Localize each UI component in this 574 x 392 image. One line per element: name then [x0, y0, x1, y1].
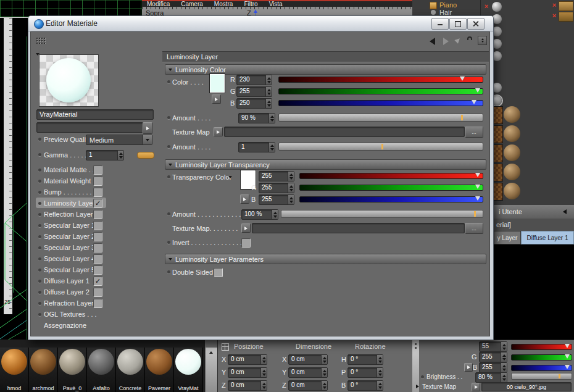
channel-assegnazione[interactable]: Assegnazione: [36, 320, 156, 331]
r-spinner[interactable]: 230: [236, 75, 272, 85]
coord-y-position[interactable]: 0 cm: [228, 367, 267, 378]
collapse-left-icon[interactable]: [563, 209, 567, 214]
spinner-arrows-icon[interactable]: [272, 210, 278, 219]
channel-checkbox[interactable]: [93, 188, 102, 197]
channel-checkbox[interactable]: ✓: [93, 277, 102, 286]
nav-history-icon[interactable]: [454, 36, 461, 43]
minimize-button[interactable]: [431, 18, 449, 30]
texture-expand-button[interactable]: [214, 127, 223, 136]
channel-material-weight[interactable]: Material Weight: [36, 176, 156, 186]
close-button[interactable]: [467, 18, 485, 30]
transparency-r-spinner[interactable]: 255: [259, 171, 294, 181]
transparency-amount-slider[interactable]: [281, 210, 483, 218]
channel-specular-layer-2[interactable]: Specular Layer 2: [36, 231, 156, 242]
double-sided-checkbox[interactable]: [214, 268, 223, 277]
channel-material-matte[interactable]: Material Matte . .: [36, 165, 156, 175]
luminosity-color-swatch[interactable]: [209, 73, 225, 93]
section-luminosity-transparency[interactable]: Luminosity Layer Transparency: [165, 159, 486, 170]
transparency-dropdown-icon[interactable]: [228, 176, 232, 178]
spinner-arrows-icon[interactable]: [260, 381, 267, 390]
transparency-b-slider[interactable]: [299, 196, 483, 202]
material-thumbnail[interactable]: Pavè_0: [58, 348, 87, 392]
channel-specular-layer-1[interactable]: Specular Layer 1: [36, 220, 156, 231]
channel-luminosity-layer[interactable]: Luminosity Layer ✓: [36, 198, 156, 209]
b-slider[interactable]: [278, 100, 483, 106]
channel-refraction-layer[interactable]: Refraction Layer: [36, 298, 156, 309]
b-spinner[interactable]: 250: [236, 98, 272, 109]
channel-checkbox[interactable]: [93, 210, 102, 219]
spinner-arrows-icon[interactable]: [321, 355, 327, 364]
section-luminosity-parameters[interactable]: Luminosity Layer Parameters: [165, 254, 486, 264]
channel-specular-layer-3[interactable]: Specular Layer 3: [36, 243, 156, 253]
nav-forward-icon[interactable]: [443, 38, 449, 45]
spinner-arrows-icon[interactable]: [501, 342, 507, 351]
g-slider[interactable]: [278, 88, 483, 94]
material-sphere-icon[interactable]: [504, 164, 520, 180]
texture-map-field[interactable]: [224, 127, 465, 137]
channel-ogl-textures[interactable]: OGL Textures . . .: [36, 309, 156, 320]
coord-x-position[interactable]: 0 cm: [228, 354, 267, 365]
transparency-texture-expand-button[interactable]: [241, 223, 251, 233]
coord-p-rotation[interactable]: 0 °: [347, 367, 383, 378]
spinner-arrows-icon[interactable]: [265, 87, 272, 96]
spinner-arrows-icon[interactable]: [117, 151, 123, 160]
transparency-texture-field[interactable]: [252, 223, 465, 233]
dropdown-arrow-button[interactable]: [143, 135, 152, 144]
amount2-slider[interactable]: [278, 143, 483, 151]
nav-back-icon[interactable]: [430, 38, 435, 45]
sky-b-spinner[interactable]: 255: [479, 362, 507, 373]
spinner-arrows-icon[interactable]: [260, 368, 267, 377]
spinner-arrows-icon[interactable]: [501, 373, 507, 382]
material-sphere-icon[interactable]: [504, 183, 520, 199]
coord-b-rotation[interactable]: 0 °: [347, 380, 383, 391]
spinner-arrows-icon[interactable]: [265, 75, 272, 85]
shader-path-expand-button[interactable]: [143, 122, 152, 134]
material-state-row[interactable]: ×: [481, 2, 518, 12]
channel-checkbox[interactable]: [93, 288, 102, 297]
preview-quality-dropdown[interactable]: Medium: [86, 135, 152, 145]
tab-diffuse-layer-1[interactable]: Diffuse Layer 1: [521, 231, 574, 244]
sky-g-slider[interactable]: [511, 354, 572, 361]
spinner-arrows-icon[interactable]: [321, 381, 327, 390]
texture-filename-field[interactable]: 00 cielo_90°.jpg: [481, 382, 572, 391]
channel-diffuse-layer-2[interactable]: Diffuse Layer 2: [36, 287, 156, 298]
spinner-arrows-icon[interactable]: [265, 99, 272, 108]
material-sphere-icon[interactable]: [492, 2, 502, 12]
material-thumbnail-selected[interactable]: VrayMat: [174, 348, 203, 392]
channel-specular-layer-4[interactable]: Specular Layer 4: [36, 254, 156, 264]
texture-browse-button[interactable]: ...: [465, 127, 483, 138]
channel-checkbox[interactable]: [93, 177, 102, 186]
channel-checkbox[interactable]: [93, 165, 102, 175]
scroll-up-icon[interactable]: [209, 351, 213, 354]
coord-y-size[interactable]: 0 cm: [288, 367, 328, 378]
transparency-b-expand-button[interactable]: [240, 194, 249, 204]
material-sphere-icon[interactable]: [504, 144, 520, 161]
layer-disabled-icon[interactable]: ×: [551, 1, 558, 9]
invert-checkbox[interactable]: [241, 238, 251, 248]
shader-path-field[interactable]: [36, 122, 144, 133]
transparency-browse-button[interactable]: ...: [465, 223, 483, 234]
brightness-spinner[interactable]: 80 %: [475, 372, 507, 383]
gamma-spinner[interactable]: 1: [86, 150, 124, 161]
spinner-arrows-icon[interactable]: [321, 368, 327, 377]
corner-texture-icon[interactable]: [559, 12, 573, 22]
sky-g-spinner[interactable]: 255: [479, 352, 507, 362]
toolbar-grip-handle[interactable]: [36, 37, 46, 44]
transparency-r-slider[interactable]: [299, 173, 483, 179]
material-sphere-icon[interactable]: [504, 125, 520, 142]
texture-expand-icon[interactable]: [416, 385, 419, 388]
amount-slider[interactable]: [278, 114, 483, 122]
sky-b-expand-button[interactable]: [464, 363, 473, 372]
transparency-g-spinner[interactable]: 255: [259, 183, 294, 193]
spinner-arrows-icon[interactable]: [268, 143, 275, 152]
material-thumbnail[interactable]: Asfalto: [87, 348, 116, 392]
sky-r-slider[interactable]: [511, 344, 572, 350]
material-thumbnail[interactable]: Concrete: [116, 348, 145, 392]
channel-checkbox[interactable]: [93, 232, 102, 241]
channel-specular-layer-5[interactable]: Specular Layer 5: [36, 265, 156, 275]
sky-b-slider[interactable]: [511, 365, 572, 371]
g-spinner[interactable]: 255: [236, 86, 272, 97]
material-name-field[interactable]: VrayMaterial: [36, 109, 154, 120]
channel-checkbox[interactable]: [93, 243, 102, 252]
material-sphere-icon[interactable]: [504, 106, 520, 123]
